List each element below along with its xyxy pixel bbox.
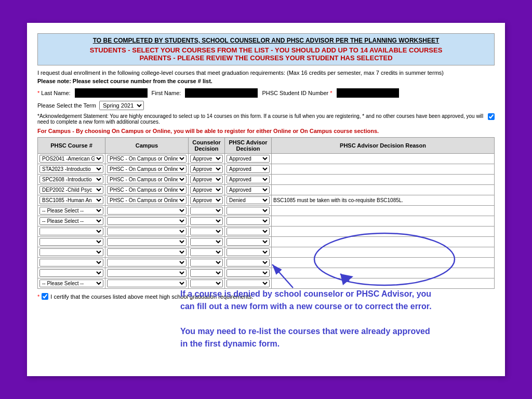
advisor-reason-cell — [272, 268, 495, 278]
acknowledgement-text: *Acknowledgement Statement: You are high… — [37, 113, 495, 125]
table-row — [38, 227, 495, 237]
campus-note: For Campus - By choosing On Campus or On… — [37, 128, 495, 134]
table-row: -- Please Select -- — [38, 216, 495, 227]
col-advisor-reason: PHSC Advisor Decision Reason — [272, 138, 495, 154]
counselor-cell[interactable] — [189, 216, 225, 227]
advisor-decision-cell[interactable]: Approved — [225, 154, 272, 164]
table-row: SPC2608 -IntroductioPHSC - On Campus or … — [38, 175, 495, 185]
course-cell[interactable]: -- Please Select -- — [38, 206, 105, 216]
counselor-cell[interactable] — [189, 206, 225, 216]
campus-cell[interactable] — [105, 237, 189, 247]
campus-cell[interactable]: PHSC - On Campus or Online — [105, 185, 189, 195]
advisor-reason-cell: BSC1085 must be taken with its co-requis… — [272, 195, 495, 206]
table-row: BSC1085 -Human AnPHSC - On Campus or Onl… — [38, 195, 495, 206]
course-cell[interactable]: -- Please Select -- — [38, 278, 105, 289]
advisor-reason-cell — [272, 206, 495, 216]
course-cell[interactable] — [38, 258, 105, 268]
counselor-cell[interactable]: Approve — [189, 175, 225, 185]
advisor-reason-cell — [272, 185, 495, 195]
course-cell[interactable]: SPC2608 -Introductio — [38, 175, 105, 185]
advisor-decision-cell[interactable] — [225, 278, 272, 289]
counselor-cell[interactable] — [189, 237, 225, 247]
col-advisor-decision: PHSC Advisor Decision — [225, 138, 272, 154]
table-row: -- Please Select -- — [38, 278, 495, 289]
header-section: TO BE COMPLETED BY STUDENTS, SCHOOL COUN… — [37, 33, 495, 65]
counselor-cell[interactable]: Approve — [189, 154, 225, 164]
term-row: Please Select the Term Spring 2021 — [37, 101, 495, 110]
table-row: DEP2002 -Child PsycPHSC - On Campus or O… — [38, 185, 495, 195]
col-counselor: CounselorDecision — [189, 138, 225, 154]
advisor-reason-cell — [272, 164, 495, 175]
info-line1: If a course is denied by school counselo… — [180, 288, 487, 300]
certify-checkbox[interactable] — [42, 293, 48, 300]
advisor-reason-cell — [272, 216, 495, 227]
campus-cell[interactable]: PHSC - On Campus or Online — [105, 154, 189, 164]
advisor-decision-cell[interactable] — [225, 258, 272, 268]
course-cell[interactable]: POS2041 -American G — [38, 154, 105, 164]
course-cell[interactable] — [38, 268, 105, 278]
course-cell[interactable]: DEP2002 -Child Psyc — [38, 185, 105, 195]
table-row: -- Please Select -- — [38, 206, 495, 216]
course-cell[interactable]: BSC1085 -Human An — [38, 195, 105, 206]
header-line1: TO BE COMPLETED BY STUDENTS, SCHOOL COUN… — [43, 37, 489, 44]
advisor-reason-cell — [272, 175, 495, 185]
advisor-decision-cell[interactable] — [225, 227, 272, 237]
advisor-reason-cell — [272, 258, 495, 268]
info-line2: can fill out a new form with a new cours… — [180, 300, 487, 313]
header-line2: STUDENTS - SELECT YOUR COURSES FROM THE … — [43, 46, 489, 62]
counselor-cell[interactable] — [189, 227, 225, 237]
phsc-id-input[interactable] — [337, 88, 399, 98]
campus-cell[interactable] — [105, 216, 189, 227]
advisor-decision-cell[interactable] — [225, 206, 272, 216]
advisor-decision-cell[interactable]: Approved — [225, 185, 272, 195]
first-name-label: First Name: — [152, 90, 181, 96]
info-text-block: If a course is denied by school counselo… — [180, 288, 487, 350]
counselor-cell[interactable] — [189, 258, 225, 268]
campus-cell[interactable] — [105, 278, 189, 289]
course-cell[interactable]: -- Please Select -- — [38, 216, 105, 227]
advisor-decision-cell[interactable]: Approved — [225, 175, 272, 185]
campus-cell[interactable] — [105, 247, 189, 258]
advisor-reason-cell — [272, 154, 495, 164]
course-cell[interactable] — [38, 247, 105, 258]
advisor-decision-cell[interactable] — [225, 268, 272, 278]
last-name-label: * Last Name: — [37, 90, 71, 96]
counselor-cell[interactable] — [189, 278, 225, 289]
table-row — [38, 247, 495, 258]
counselor-cell[interactable]: Approve — [189, 185, 225, 195]
advisor-reason-cell — [272, 247, 495, 258]
counselor-cell[interactable]: Approve — [189, 195, 225, 206]
term-label: Please Select the Term — [37, 102, 96, 109]
advisor-decision-cell[interactable] — [225, 247, 272, 258]
col-campus: Campus — [105, 138, 189, 154]
table-row: POS2041 -American GPHSC - On Campus or O… — [38, 154, 495, 164]
campus-cell[interactable] — [105, 258, 189, 268]
campus-cell[interactable] — [105, 206, 189, 216]
last-name-input[interactable] — [75, 88, 148, 98]
first-name-input[interactable] — [185, 88, 258, 98]
course-cell[interactable] — [38, 227, 105, 237]
info-line3: You may need to re-list the courses that… — [180, 325, 487, 338]
name-row: * Last Name: First Name: PHSC Student ID… — [37, 88, 495, 98]
course-cell[interactable] — [38, 237, 105, 247]
advisor-decision-cell[interactable] — [225, 216, 272, 227]
campus-cell[interactable]: PHSC - On Campus or Online — [105, 195, 189, 206]
courses-table: PHSC Course # Campus CounselorDecision P… — [37, 137, 495, 289]
counselor-cell[interactable] — [189, 268, 225, 278]
advisor-decision-cell[interactable] — [225, 237, 272, 247]
campus-cell[interactable] — [105, 268, 189, 278]
campus-cell[interactable]: PHSC - On Campus or Online — [105, 164, 189, 175]
campus-cell[interactable] — [105, 227, 189, 237]
course-cell[interactable]: STA2023 -Introductio — [38, 164, 105, 175]
advisor-decision-cell[interactable]: Denied — [225, 195, 272, 206]
counselor-cell[interactable] — [189, 247, 225, 258]
col-course: PHSC Course # — [38, 138, 105, 154]
advisor-reason-cell — [272, 278, 495, 289]
counselor-cell[interactable]: Approve — [189, 164, 225, 175]
advisor-reason-cell — [272, 227, 495, 237]
term-select[interactable]: Spring 2021 — [99, 101, 144, 110]
acknowledgement-checkbox[interactable] — [488, 113, 495, 120]
advisor-decision-cell[interactable]: Approved — [225, 164, 272, 175]
campus-cell[interactable]: PHSC - On Campus or Online — [105, 175, 189, 185]
phsc-id-label: PHSC Student ID Number * — [262, 90, 332, 96]
